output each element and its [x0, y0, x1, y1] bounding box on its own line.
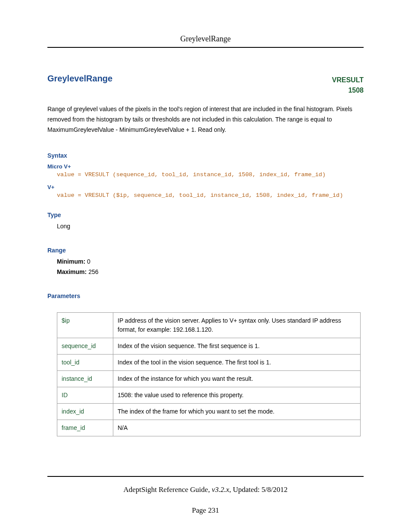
footer-version: , v3.2.x [208, 485, 229, 494]
param-name-cell: frame_id [57, 420, 113, 436]
parameters-table: $ipIP address of the vision server. Appl… [57, 312, 361, 436]
page-header-title: GreylevelRange [47, 34, 364, 48]
range-minimum: Minimum: 0 [57, 258, 364, 265]
param-desc-cell: Index of the vision sequence. The first … [113, 338, 361, 355]
param-desc-cell: Index of the instance for which you want… [113, 371, 361, 387]
table-row: ID1508: the value used to reference this… [57, 387, 361, 404]
range-heading: Range [47, 247, 364, 254]
table-row: instance_idIndex of the instance for whi… [57, 371, 361, 387]
table-row: tool_idIndex of the tool in the vision s… [57, 355, 361, 371]
micro-vplus-code: value = VRESULT (sequence_id, tool_id, i… [57, 171, 364, 178]
parameters-section: Parameters $ipIP address of the vision s… [47, 292, 364, 436]
type-heading: Type [47, 212, 364, 218]
param-name-cell: $ip [57, 313, 113, 338]
footer-citation: AdeptSight Reference Guide, v3.2.x, Upda… [47, 476, 364, 494]
param-name-cell: instance_id [57, 371, 113, 387]
param-desc-cell: 1508: the value used to reference this p… [113, 387, 361, 404]
range-maximum: Maximum: 256 [57, 268, 364, 275]
param-desc-cell: IP address of the vision server. Applies… [113, 313, 361, 338]
footer-updated: , Updated: 5/8/2012 [229, 485, 288, 494]
range-min-value: 0 [87, 258, 90, 265]
param-desc-cell: N/A [113, 420, 361, 436]
table-row: sequence_idIndex of the vision sequence.… [57, 338, 361, 355]
description-text: Range of greylevel values of the pixels … [47, 104, 364, 135]
range-max-value: 256 [88, 268, 98, 275]
param-name-cell: index_id [57, 404, 113, 420]
page-number: Page 231 [47, 506, 364, 515]
footer-book-title: AdeptSight Reference Guide [124, 485, 208, 494]
vplus-label: V+ [47, 184, 364, 190]
syntax-heading: Syntax [47, 152, 364, 159]
page-footer: AdeptSight Reference Guide, v3.2.x, Upda… [47, 476, 364, 515]
param-desc-cell: Index of the tool in the vision sequence… [113, 355, 361, 371]
type-value: Long [57, 223, 364, 230]
table-row: index_idThe index of the frame for which… [57, 404, 361, 420]
range-section: Range Minimum: 0 Maximum: 256 [47, 247, 364, 275]
range-min-label: Minimum: [57, 258, 85, 265]
micro-vplus-label: Micro V+ [47, 163, 364, 170]
table-row: $ipIP address of the vision server. Appl… [57, 313, 361, 338]
table-row: frame_idN/A [57, 420, 361, 436]
syntax-section: Syntax Micro V+ value = VRESULT (sequenc… [47, 152, 364, 199]
result-id-tag: 1508 [47, 85, 364, 96]
param-name-cell: sequence_id [57, 338, 113, 355]
param-desc-cell: The index of the frame for which you wan… [113, 404, 361, 420]
range-max-label: Maximum: [57, 268, 87, 275]
content-area: GreylevelRange VRESULT 1508 Range of gre… [47, 74, 364, 436]
document-page: GreylevelRange GreylevelRange VRESULT 15… [0, 0, 411, 532]
type-section: Type Long [47, 212, 364, 230]
param-name-cell: ID [57, 387, 113, 404]
param-name-cell: tool_id [57, 355, 113, 371]
parameters-heading: Parameters [47, 292, 364, 299]
vplus-code: value = VRESULT ($ip, sequence_id, tool_… [57, 192, 364, 199]
